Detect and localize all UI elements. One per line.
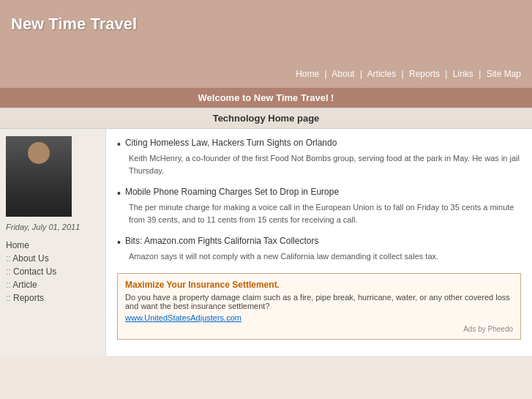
news-item-1: • Citing Homeless Law, Hackers Turn Sigh… <box>117 138 521 176</box>
ad-by: Ads by Pheedo <box>125 325 513 333</box>
nav-links[interactable]: Links <box>453 69 473 79</box>
sidebar-nav: Home About Us Contact Us Article Reports <box>6 240 100 303</box>
headline-3[interactable]: Bits: Amazon.com Fights California Tax C… <box>125 236 319 246</box>
bullet-icon-2: • <box>117 187 121 199</box>
content-area: • Citing Homeless Law, Hackers Turn Sigh… <box>106 129 532 356</box>
nav-reports[interactable]: Reports <box>409 69 440 79</box>
top-nav: Home | About | Articles | Reports | Link… <box>296 69 521 79</box>
nav-home[interactable]: Home <box>296 69 319 79</box>
summary-1: Keith McHenry, a co-founder of the first… <box>129 152 521 176</box>
nav-articles[interactable]: Articles <box>367 69 396 79</box>
sidebar-item-article[interactable]: Article <box>6 280 100 290</box>
headline-2[interactable]: Mobile Phone Roaming Charges Set to Drop… <box>125 187 339 197</box>
news-item-2: • Mobile Phone Roaming Charges Set to Dr… <box>117 187 521 225</box>
ad-box: Maximize Your Insurance Settlement. Do y… <box>117 273 521 340</box>
welcome-text: Welcome to New Time Travel ! <box>198 92 334 103</box>
welcome-bar: Welcome to New Time Travel ! <box>0 88 532 108</box>
sidebar-item-contact[interactable]: Contact Us <box>6 266 100 277</box>
sidebar-item-about[interactable]: About Us <box>6 253 100 264</box>
ad-headline: Maximize Your Insurance Settlement. <box>125 280 513 290</box>
date-text: Friday, July 01, 2011 <box>6 223 100 231</box>
summary-3: Amazon says it will not comply with a ne… <box>129 250 521 263</box>
sidebar-item-home[interactable]: Home <box>6 240 100 250</box>
news-item-3: • Bits: Amazon.com Fights California Tax… <box>117 236 521 263</box>
ad-body: Do you have a property damage claim such… <box>125 293 513 310</box>
page-title: Technology Home page <box>213 113 320 124</box>
summary-2: The per minute charge for making a voice… <box>129 201 521 225</box>
nav-about[interactable]: About <box>331 69 354 79</box>
ad-link[interactable]: www.UnitedStatesAdjusters.com <box>125 313 513 322</box>
headline-1[interactable]: Citing Homeless Law, Hackers Turn Sights… <box>125 138 337 148</box>
page-title-bar: Technology Home page <box>0 108 532 129</box>
nav-sitemap[interactable]: Site Map <box>487 69 521 79</box>
avatar <box>6 136 72 217</box>
bullet-icon-3: • <box>117 236 121 248</box>
main-layout: Friday, July 01, 2011 Home About Us Cont… <box>0 129 532 356</box>
sidebar: Friday, July 01, 2011 Home About Us Cont… <box>0 129 106 356</box>
header: New Time Travel Home | About | Articles … <box>0 0 532 88</box>
site-title: New Time Travel <box>11 15 521 34</box>
bullet-icon-1: • <box>117 138 121 150</box>
sidebar-item-reports[interactable]: Reports <box>6 293 100 303</box>
